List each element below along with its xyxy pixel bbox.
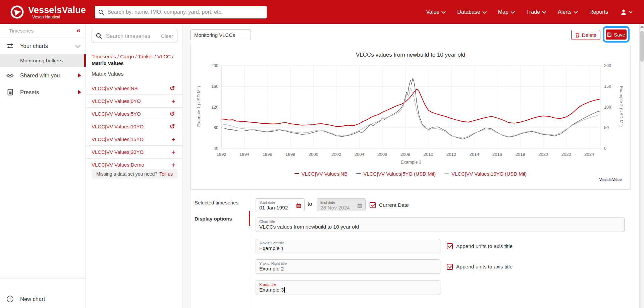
- svg-text:2024: 2024: [584, 152, 594, 157]
- y-axis-right-label: Y-axis: Right title: [259, 261, 437, 265]
- new-chart-button[interactable]: New chart: [0, 289, 86, 308]
- start-date-value: 01 Jan 1992: [259, 204, 301, 211]
- x-axis-field[interactable]: X-axis title Example 3: [256, 281, 440, 295]
- timeseries-row[interactable]: VLCC|VV Values|NB↺: [86, 82, 182, 95]
- add-icon[interactable]: +: [171, 136, 175, 142]
- svg-text:2018: 2018: [516, 152, 525, 157]
- svg-text:2002: 2002: [331, 152, 341, 157]
- group-label[interactable]: Matrix Values: [92, 71, 124, 77]
- user-icon: [620, 9, 627, 15]
- timeseries-row[interactable]: VLCC|VV Values|5YO↺: [86, 107, 182, 120]
- active-tab-indicator: [249, 211, 250, 226]
- svg-text:150: 150: [604, 84, 611, 89]
- timeseries-row[interactable]: VLCC|VV Values|0YO+: [86, 95, 182, 107]
- y-axis-left-title: Example 1 (USD Mil): [196, 81, 201, 132]
- add-icon[interactable]: +: [171, 162, 175, 168]
- eye-icon: [6, 73, 14, 78]
- svg-text:1992: 1992: [217, 152, 226, 157]
- timeseries-chart[interactable]: 2001601208040200150100500199219941996199…: [191, 44, 630, 189]
- chevron-down-icon: [482, 9, 487, 14]
- undo-icon[interactable]: ↺: [170, 85, 175, 91]
- y-axis-right-field[interactable]: Y-axis: Right title Example 2: [256, 259, 440, 274]
- user-menu[interactable]: [620, 9, 632, 15]
- timeseries-search-input[interactable]: [105, 33, 161, 40]
- nav-database[interactable]: Database: [457, 9, 486, 15]
- scrollbar-thumb[interactable]: [640, 31, 644, 62]
- legend-item-nb[interactable]: VLCC|VV Values|NB: [294, 171, 348, 177]
- chart-title-label: Chart title: [259, 220, 621, 224]
- calendar-icon: [357, 203, 362, 208]
- current-date-checkbox[interactable]: [370, 202, 376, 208]
- undo-icon[interactable]: ↺: [170, 111, 175, 117]
- chart-legend: VLCC|VV Values|NB VLCC|VV Values|5YO (US…: [191, 171, 630, 177]
- search-icon: [96, 33, 102, 39]
- calendar-icon[interactable]: [296, 203, 301, 208]
- page-scrollbar[interactable]: [639, 24, 644, 308]
- timeseries-row[interactable]: VLCC|VV Values|10YO↺: [86, 120, 182, 133]
- collapse-sidebar-icon[interactable]: «: [76, 26, 80, 34]
- add-icon[interactable]: +: [171, 98, 175, 104]
- app-header: VesselsValue Veson Nautical Value Databa…: [0, 0, 644, 24]
- timeseries-row[interactable]: VLCC|VV Values|20YO+: [86, 145, 182, 158]
- save-button[interactable]: Save: [606, 29, 627, 40]
- breadcrumb-current: Matrix Values: [92, 60, 182, 66]
- header-nav: Value Database Map Trade Alerts Reports: [426, 0, 632, 24]
- chevron-down-icon: [441, 9, 446, 14]
- y-axis-left-field[interactable]: Y-axis: Left title Example 1: [256, 239, 440, 253]
- x-axis-field-value: Example 3: [259, 287, 437, 293]
- tab-display-options[interactable]: Display options: [191, 210, 250, 227]
- chart-title-field[interactable]: Chart title VLCCs values from newbuild t…: [256, 218, 625, 232]
- chart-card: VLCCs values from newbuild to 10 year ol…: [191, 44, 631, 190]
- svg-text:200: 200: [604, 63, 611, 68]
- nav-trade[interactable]: Trade: [526, 9, 546, 15]
- sidebar-item-monitoring-bulkers[interactable]: Monitoring bulkers: [0, 54, 86, 67]
- sidebar-item-your-charts[interactable]: Your charts: [0, 38, 86, 54]
- append-units-right-checkbox[interactable]: [447, 264, 453, 270]
- svg-text:1994: 1994: [239, 152, 249, 157]
- legend-dash: [356, 173, 361, 174]
- svg-text:1998: 1998: [285, 152, 295, 157]
- timeseries-search: Clear: [92, 29, 177, 43]
- clear-search-button[interactable]: Clear: [161, 33, 173, 39]
- add-icon[interactable]: +: [171, 149, 175, 155]
- end-date-value: 28 Nov 2024: [320, 204, 362, 211]
- legend-item-10yo[interactable]: VLCC|VV Values|10YO (USD Mil): [444, 171, 527, 177]
- start-date-field[interactable]: Start date 01 Jan 1992: [256, 198, 305, 211]
- sidebar-item-presets[interactable]: Presets: [0, 84, 86, 101]
- svg-text:2004: 2004: [355, 152, 364, 157]
- tab-selected-timeseries[interactable]: Selected timeseries: [191, 194, 250, 210]
- sidebar-item-shared-with-you[interactable]: Shared with you: [0, 67, 86, 84]
- global-search-input[interactable]: [107, 9, 263, 15]
- panel-scrollbar-track[interactable]: [182, 24, 191, 308]
- sidebar-item-label: Shared with you: [20, 72, 60, 79]
- legend-item-5yo[interactable]: VLCC|VV Values|5YO (USD Mil): [356, 171, 436, 177]
- scroll-up-arrow-icon[interactable]: [640, 25, 644, 28]
- append-units-left-checkbox[interactable]: [447, 243, 453, 249]
- svg-text:50: 50: [604, 125, 609, 130]
- y-axis-right-title: Example 2 (USD Mil): [619, 81, 624, 132]
- y-axis-left-label: Y-axis: Left title: [259, 241, 437, 245]
- chart-name-input[interactable]: Monitoring VLCCs: [191, 29, 251, 40]
- sidebar-header: Timeseries «: [0, 24, 86, 38]
- tell-us-link[interactable]: Tell us: [159, 171, 173, 177]
- timeseries-panel: Clear Timeseries / Cargo / Tanker / VLCC…: [86, 24, 182, 308]
- nav-map[interactable]: Map: [498, 9, 514, 15]
- nav-reports[interactable]: Reports: [589, 9, 608, 15]
- breadcrumb-links[interactable]: Timeseries / Cargo / Tanker / VLCC /: [92, 54, 182, 59]
- nav-alerts[interactable]: Alerts: [558, 9, 577, 15]
- delete-label: Delete: [582, 32, 596, 38]
- timeseries-row[interactable]: VLCC|VV Values|15YO+: [86, 133, 182, 145]
- svg-text:2010: 2010: [423, 152, 433, 157]
- sidebar-item-label: Your charts: [20, 43, 48, 49]
- sidebar-title: Timeseries: [9, 28, 34, 34]
- svg-text:2012: 2012: [446, 152, 456, 157]
- delete-button[interactable]: Delete: [571, 30, 600, 40]
- undo-icon[interactable]: ↺: [170, 123, 175, 130]
- nav-value[interactable]: Value: [426, 9, 445, 15]
- checkbox-check-icon: [448, 244, 452, 248]
- svg-text:0: 0: [604, 146, 606, 151]
- append-units-right-label: Append units to axis title: [456, 264, 513, 270]
- options-tabs: Selected timeseries Display options: [191, 190, 250, 308]
- save-disk-icon: [607, 33, 611, 37]
- text-cursor: [284, 287, 285, 293]
